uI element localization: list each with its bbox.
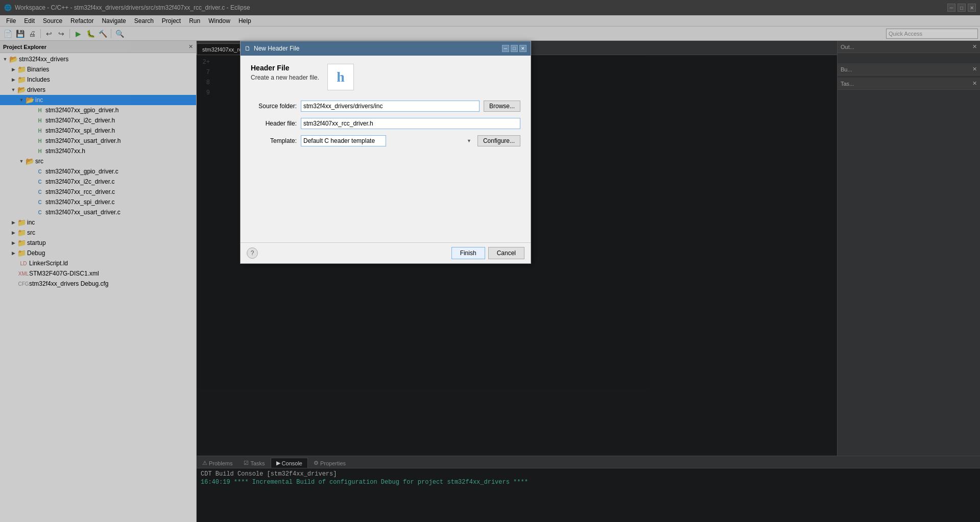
dialog-body: Header File Create a new header file. h … <box>241 56 531 242</box>
dialog-title-label: New Header File <box>254 45 299 52</box>
dialog-minimize-btn[interactable]: ─ <box>502 45 509 52</box>
template-select-wrapper: Default C header template <box>301 135 473 146</box>
dialog-action-buttons: Finish Cancel <box>451 247 524 259</box>
help-button[interactable]: ? <box>247 247 258 259</box>
configure-button[interactable]: Configure... <box>477 135 520 146</box>
dialog-close-btn[interactable]: ✕ <box>519 45 527 52</box>
dialog-maximize-btn[interactable]: □ <box>511 45 518 52</box>
dialog-footer: ? Finish Cancel <box>241 242 531 263</box>
dialog-titlebar-controls: ─ □ ✕ <box>502 45 527 52</box>
header-file-input[interactable] <box>301 118 520 129</box>
dialog-title-icon: 🗋 <box>245 45 251 52</box>
new-header-file-dialog: 🗋 New Header File ─ □ ✕ Header File Crea… <box>240 41 531 264</box>
cancel-button[interactable]: Cancel <box>488 247 524 259</box>
finish-button[interactable]: Finish <box>451 247 485 259</box>
source-folder-row: Source folder: Browse... <box>251 101 520 112</box>
source-folder-label: Source folder: <box>251 103 297 110</box>
header-file-icon: h <box>327 64 354 90</box>
header-file-row: Header file: <box>251 118 520 129</box>
dialog-subtitle: Create a new header file. <box>251 74 319 81</box>
help-icon: ? <box>251 250 254 257</box>
dialog-titlebar: 🗋 New Header File ─ □ ✕ <box>241 41 531 56</box>
template-select[interactable]: Default C header template <box>301 135 386 146</box>
dialog-overlay: 🗋 New Header File ─ □ ✕ Header File Crea… <box>0 0 980 522</box>
header-file-label: Header file: <box>251 120 297 127</box>
dialog-spacer <box>251 153 520 234</box>
dialog-main-title: Header File <box>251 64 319 72</box>
dialog-title-left: 🗋 New Header File <box>245 45 299 52</box>
template-label: Template: <box>251 137 297 144</box>
h-letter: h <box>337 69 345 85</box>
browse-button[interactable]: Browse... <box>484 101 520 112</box>
dialog-header-text: Header File Create a new header file. <box>251 64 319 81</box>
source-folder-input[interactable] <box>301 101 480 112</box>
dialog-header-section: Header File Create a new header file. h <box>251 64 520 90</box>
template-row: Template: Default C header template Conf… <box>251 135 520 146</box>
